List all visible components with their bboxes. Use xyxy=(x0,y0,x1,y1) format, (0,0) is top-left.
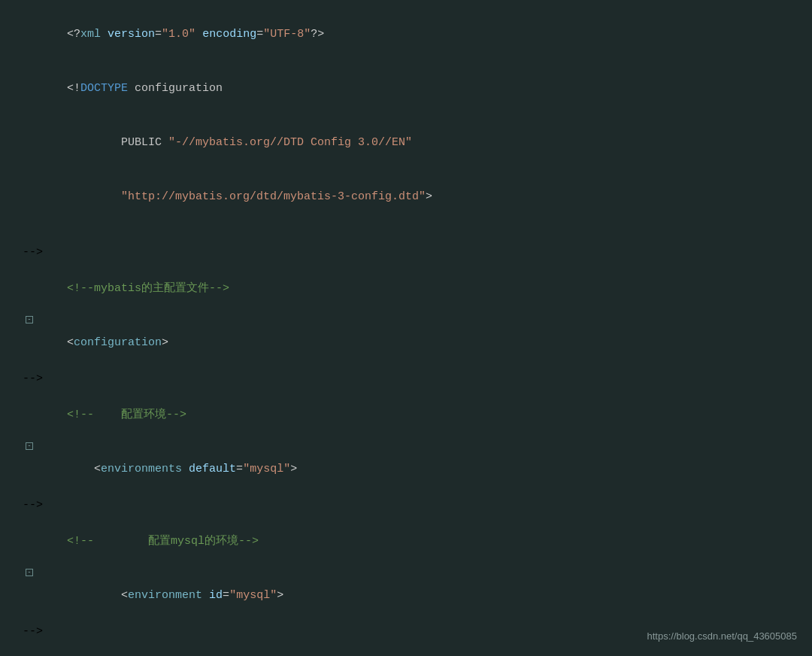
val-mysql2: "mysql" xyxy=(229,589,277,602)
gt: > xyxy=(162,336,168,349)
code-line-6: <!--mybatis的主配置文件--> xyxy=(23,262,229,316)
code-editor: <?xml version="1.0" encoding="UTF-8"?> <… xyxy=(0,0,812,656)
code-line-2: <!DOCTYPE configuration xyxy=(23,62,223,116)
sp xyxy=(182,463,189,475)
public-id: "-//mybatis.org//DTD Config 3.0//EN" xyxy=(168,136,412,149)
code-line-11: <environment id="mysql"> xyxy=(23,569,283,623)
close-decl: ?> xyxy=(311,28,324,41)
system-id: "http://mybatis.org/dtd/mybatis-3-config… xyxy=(121,190,426,203)
line-7: - <configuration> xyxy=(23,316,812,370)
tag-xml: xml xyxy=(80,28,101,41)
code-line-1: <?xml version="1.0" encoding="UTF-8"?> xyxy=(23,8,324,62)
code-line-9: <environments default="mysql"> xyxy=(23,442,297,497)
code-line-10: <!-- 配置mysql的环境--> xyxy=(23,515,259,569)
gt: > xyxy=(277,589,283,602)
fold-icon-envs[interactable]: - xyxy=(26,442,33,450)
lt: <! xyxy=(67,82,80,95)
indent xyxy=(67,463,94,475)
line-6: <!--mybatis的主配置文件--> xyxy=(23,262,812,316)
line-2: <!DOCTYPE configuration xyxy=(23,62,812,116)
gutter-9: - xyxy=(23,442,36,450)
line-1: <?xml version="1.0" encoding="UTF-8"?> xyxy=(23,8,812,62)
code-line-4: "http://mybatis.org/dtd/mybatis-3-config… xyxy=(23,170,432,224)
code-blank xyxy=(23,224,33,242)
code-line-3: PUBLIC "-//mybatis.org//DTD Config 3.0//… xyxy=(23,116,412,170)
val-encoding: "UTF-8" xyxy=(263,28,311,41)
tag-config: configuration xyxy=(74,336,162,349)
lt: < xyxy=(94,463,101,475)
line-4: "http://mybatis.org/dtd/mybatis-3-config… xyxy=(23,170,812,224)
attr-version: version xyxy=(108,28,155,41)
eq: = xyxy=(155,28,162,41)
punct: <? xyxy=(67,28,80,41)
gt: > xyxy=(290,463,297,475)
sp: configuration xyxy=(128,82,223,95)
indent2 xyxy=(67,190,121,203)
line-8: <!-- 配置环境--> xyxy=(23,388,812,442)
eq: = xyxy=(223,589,229,602)
eq: = xyxy=(236,463,243,475)
tag-envs: environments xyxy=(101,463,182,475)
attr-encoding: encoding xyxy=(202,28,256,41)
comment-env: <!-- 配置环境--> xyxy=(67,408,186,421)
space xyxy=(101,28,108,41)
lt: < xyxy=(67,336,74,349)
val-mysql: "mysql" xyxy=(243,463,290,475)
val-version: "1.0" xyxy=(162,28,195,41)
space2 xyxy=(195,28,202,41)
indent: PUBLIC xyxy=(67,136,168,149)
gutter-7: - xyxy=(23,316,36,323)
line-9: - <environments default="mysql"> xyxy=(23,442,812,497)
fold-icon-env[interactable]: - xyxy=(26,569,33,576)
fold-icon-config[interactable]: - xyxy=(26,316,33,323)
attr-id: id xyxy=(209,589,223,602)
line-10: <!-- 配置mysql的环境--> xyxy=(23,515,812,569)
comment-main: <!--mybatis的主配置文件--> xyxy=(67,282,229,295)
watermark: https://blog.csdn.net/qq_43605085 xyxy=(647,629,798,645)
indent xyxy=(67,589,121,602)
line-5-blank xyxy=(23,224,812,244)
code-line-8: <!-- 配置环境--> xyxy=(23,388,186,442)
code-line-7: <configuration> xyxy=(23,316,168,370)
line-3: PUBLIC "-//mybatis.org//DTD Config 3.0//… xyxy=(23,116,812,170)
eq2: = xyxy=(256,28,263,41)
close-bracket: > xyxy=(426,190,432,203)
comment-mysql: <!-- 配置mysql的环境--> xyxy=(67,535,259,548)
code-line-12: <!-- 配置事务的类型--> xyxy=(23,641,274,656)
attr-default: default xyxy=(189,463,236,475)
doctype: DOCTYPE xyxy=(80,82,128,95)
tag-env: environment xyxy=(128,589,202,602)
gutter-11: - xyxy=(23,569,36,576)
sp xyxy=(202,589,209,602)
lt: < xyxy=(121,589,128,602)
line-11: - <environment id="mysql"> xyxy=(23,569,812,623)
